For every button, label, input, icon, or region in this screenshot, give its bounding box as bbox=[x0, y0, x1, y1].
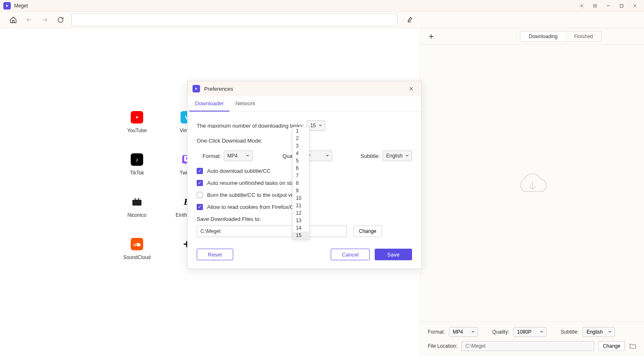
dialog-header: Preferences bbox=[188, 81, 421, 96]
cancel-button[interactable]: Cancel bbox=[331, 249, 370, 260]
checkbox-label: Auto download subtitle/CC bbox=[207, 168, 271, 174]
checkbox-icon[interactable] bbox=[197, 204, 203, 210]
checkbox-label: Auto resume unfinished tasks on startup bbox=[207, 180, 303, 186]
dropdown-option[interactable]: 15 bbox=[293, 232, 309, 239]
max-tasks-dropdown[interactable]: 123456789101112131415 bbox=[292, 127, 310, 240]
dropdown-option[interactable]: 8 bbox=[293, 179, 309, 187]
dialog-close-button[interactable] bbox=[406, 84, 416, 94]
save-location-label: Save Downloaded Files to: bbox=[197, 216, 261, 222]
dropdown-option[interactable]: 9 bbox=[293, 187, 309, 194]
checkbox-icon[interactable] bbox=[197, 168, 203, 174]
dropdown-option[interactable]: 7 bbox=[293, 172, 309, 179]
dl-format-label: Format: bbox=[202, 153, 221, 159]
dropdown-option[interactable]: 1 bbox=[293, 127, 309, 135]
dropdown-option[interactable]: 4 bbox=[293, 150, 309, 157]
dialog-overlay: Preferences Downloader Network The maxim… bbox=[0, 0, 644, 356]
tab-network[interactable]: Network bbox=[229, 96, 261, 111]
tab-downloader[interactable]: Downloader bbox=[189, 96, 229, 111]
dropdown-option[interactable]: 10 bbox=[293, 194, 309, 202]
dropdown-option[interactable]: 6 bbox=[293, 165, 309, 172]
dialog-logo-icon bbox=[193, 85, 200, 92]
dialog-title: Preferences bbox=[204, 86, 233, 92]
dl-subtitle-select[interactable]: English bbox=[383, 150, 412, 161]
dropdown-option[interactable]: 12 bbox=[293, 209, 309, 217]
dropdown-option[interactable]: 13 bbox=[293, 217, 309, 224]
checkbox-label: Burn the subtitle/CC to the output video bbox=[207, 192, 301, 198]
checkbox-icon[interactable] bbox=[197, 180, 203, 186]
dropdown-option[interactable]: 3 bbox=[293, 142, 309, 150]
change-path-button[interactable]: Change bbox=[354, 225, 382, 237]
dropdown-option[interactable]: 11 bbox=[293, 202, 309, 209]
dropdown-option[interactable]: 5 bbox=[293, 157, 309, 165]
dropdown-option[interactable]: 2 bbox=[293, 135, 309, 142]
dropdown-option[interactable]: 14 bbox=[293, 224, 309, 232]
dialog-footer: Reset Cancel Save bbox=[197, 249, 412, 260]
checkbox-icon[interactable] bbox=[197, 192, 203, 198]
max-tasks-label: The maximum number of downloading tasks: bbox=[197, 123, 304, 129]
save-path-input[interactable]: C:\Meget bbox=[197, 225, 347, 237]
save-button[interactable]: Save bbox=[375, 249, 412, 260]
dl-format-select[interactable]: MP4 bbox=[224, 150, 253, 161]
oneclick-label: One-Click Download Mode: bbox=[197, 138, 262, 144]
dl-subtitle-label: Subtitle: bbox=[361, 153, 380, 159]
reset-button[interactable]: Reset bbox=[197, 249, 233, 260]
dialog-tabs: Downloader Network bbox=[188, 96, 421, 112]
